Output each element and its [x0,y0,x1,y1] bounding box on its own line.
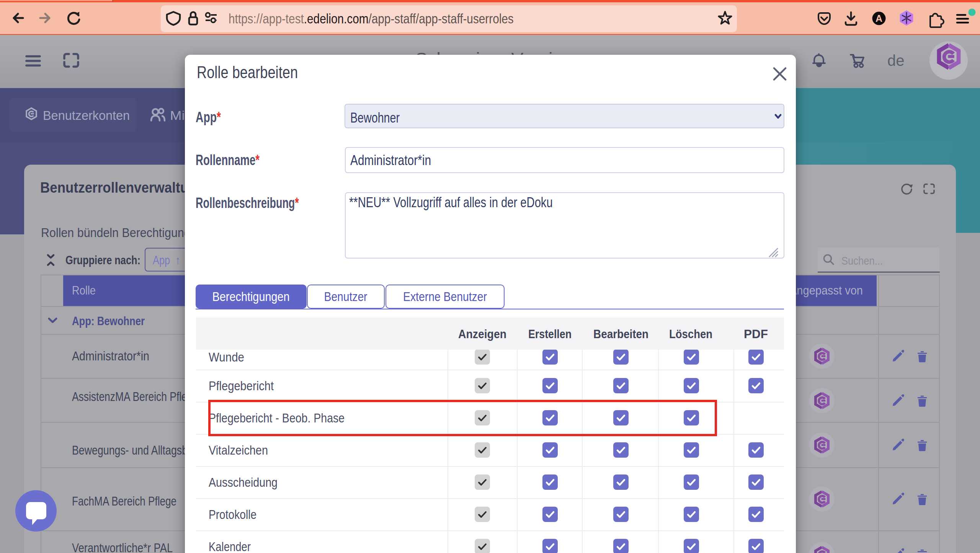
svg-text:A: A [875,13,882,24]
